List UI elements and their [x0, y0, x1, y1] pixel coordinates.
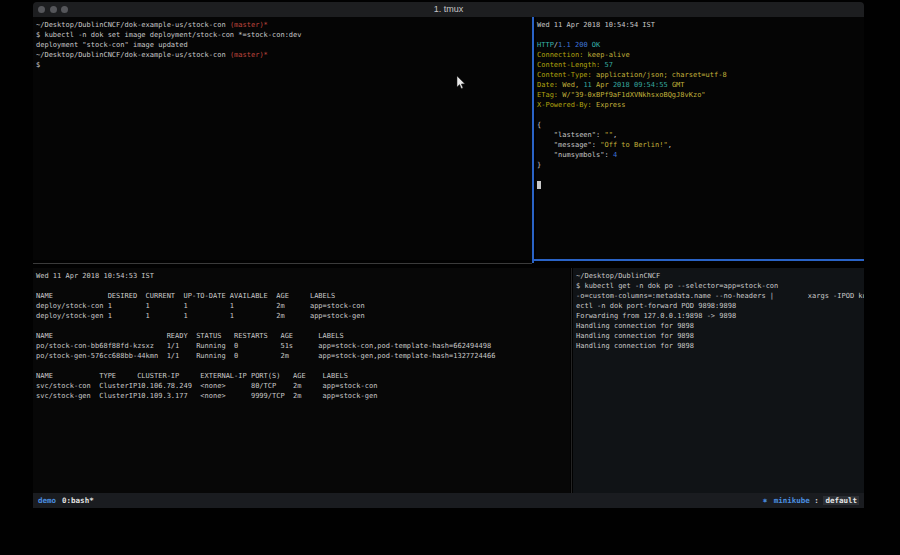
terminal-line: Handling connection for 9898	[576, 331, 864, 341]
terminal-line: $	[36, 60, 532, 70]
terminal-line	[537, 30, 864, 40]
table-header-line: NAME DESIRED CURRENT UP-TO-DATE AVAILABL…	[36, 291, 570, 301]
terminal-line: Connection: keep-alive	[537, 50, 864, 60]
blank-line	[36, 281, 570, 291]
traffic-lights	[38, 6, 68, 13]
table-row: po/stock-gen-576cc688bb-44kmn 1/1 Runnin…	[36, 351, 570, 361]
terminal-line: {	[537, 120, 864, 130]
deployments-table: NAME DESIRED CURRENT UP-TO-DATE AVAILABL…	[36, 291, 570, 321]
timestamp: Wed 11 Apr 2018 10:54:53 IST	[36, 271, 570, 281]
terminal-line: deployment "stock-con" image updated	[36, 40, 532, 50]
terminal-line: "numsymbols": 4	[537, 150, 864, 160]
terminal-line: "message": "Off to Berlin!",	[537, 140, 864, 150]
terminal-line: Handling connection for 9898	[576, 341, 864, 351]
terminal-line	[537, 110, 864, 120]
terminal-line: $ kubectl get -n dok po --selector=app=s…	[576, 281, 864, 291]
minimize-button[interactable]	[50, 6, 57, 13]
terminal-line: Date: Wed, 11 Apr 2018 09:54:55 GMT	[537, 80, 864, 90]
terminal-line: ~/Desktop/DublinCNCF/dok-example-us/stoc…	[36, 50, 532, 60]
active-pane-bottom-border[interactable]	[534, 259, 864, 261]
kube-separator: :	[814, 496, 819, 505]
table-row: svc/stock-con ClusterIP10.106.78.249 <no…	[36, 381, 570, 391]
terminal-line: "lastseen": "",	[537, 130, 864, 140]
table-row: svc/stock-gen ClusterIP10.109.3.177 <non…	[36, 391, 570, 401]
pane-divider-horizontal-left[interactable]	[33, 263, 532, 264]
table-header-line: NAME TYPE CLUSTER-IP EXTERNAL-IP PORT(S)…	[36, 371, 570, 381]
session-name: demo	[38, 496, 56, 505]
pane-bottom-right-port-forward[interactable]: ~/Desktop/DublinCNCF$ kubectl get -n dok…	[573, 268, 864, 493]
terminal-line: HTTP/1.1 200 OK	[537, 40, 864, 50]
pods-table: NAME READY STATUS RESTARTS AGE LABELSpo/…	[36, 331, 570, 361]
pane-top-right-http-response[interactable]: Wed 11 Apr 2018 10:54:54 ISTHTTP/1.1 200…	[536, 17, 864, 259]
services-table: NAME TYPE CLUSTER-IP EXTERNAL-IP PORT(S)…	[36, 371, 570, 401]
terminal-line: Content-Type: application/json; charset=…	[537, 70, 864, 80]
terminal-line: ectl -n dok port-forward POD 9898:9898	[576, 301, 864, 311]
terminal-line: Content-Length: 57	[537, 60, 864, 70]
terminal-line: $ kubectl -n dok set image deployment/st…	[36, 30, 532, 40]
kube-context: minikube	[774, 496, 810, 505]
terminal-line	[537, 170, 864, 180]
blank-line	[36, 321, 570, 331]
terminal-line: ~/Desktop/DublinCNCF/dok-example-us/stoc…	[36, 20, 532, 30]
kube-namespace: default	[823, 496, 859, 505]
pane-divider-vertical-top[interactable]	[532, 17, 534, 263]
terminal-window: 1. tmux ~/Desktop/DublinCNCF/dok-example…	[33, 2, 864, 508]
terminal-line: }	[537, 160, 864, 170]
pane-top-left-shell[interactable]: ~/Desktop/DublinCNCF/dok-example-us/stoc…	[33, 17, 532, 260]
terminal-line: ~/Desktop/DublinCNCF	[576, 271, 864, 281]
kube-context-indicator: ⎈ minikube : default	[763, 496, 859, 505]
terminal-line: Forwarding from 127.0.0.1:9898 -> 9898	[576, 311, 864, 321]
mouse-cursor	[456, 76, 466, 90]
helm-wheel-icon: ⎈	[763, 496, 768, 505]
table-row: deploy/stock-gen 1 1 1 1 2m app=stock-ge…	[36, 311, 570, 321]
tmux-status-bar: demo 0:bash* ⎈ minikube : default	[33, 493, 864, 508]
terminal-line	[537, 180, 864, 190]
terminal-line: ETag: W/"39-0xBPf9aF1dXVNkhsxoBQgJ8vKzo"	[537, 90, 864, 100]
pane-bottom-left-kubectl-watch[interactable]: Wed 11 Apr 2018 10:54:53 IST NAME DESIRE…	[33, 268, 570, 493]
terminal-line: -o=custom-columns=:metadata.name --no-he…	[576, 291, 864, 301]
table-row: deploy/stock-con 1 1 1 1 2m app=stock-co…	[36, 301, 570, 311]
pane-divider-vertical-bottom[interactable]	[571, 268, 572, 493]
table-row: po/stock-con-bb68f88fd-kzsxz 1/1 Running…	[36, 341, 570, 351]
desktop: 1. tmux ~/Desktop/DublinCNCF/dok-example…	[0, 0, 900, 555]
terminal-line: X-Powered-By: Express	[537, 100, 864, 110]
terminal-line: Handling connection for 9898	[576, 321, 864, 331]
close-button[interactable]	[38, 6, 45, 13]
active-window-label[interactable]: 0:bash*	[62, 496, 94, 505]
terminal-line: Wed 11 Apr 2018 10:54:54 IST	[537, 20, 864, 30]
table-header-line: NAME READY STATUS RESTARTS AGE LABELS	[36, 331, 570, 341]
window-title: 1. tmux	[33, 2, 864, 17]
fullscreen-button[interactable]	[61, 6, 68, 13]
blank-line	[36, 361, 570, 371]
window-titlebar[interactable]: 1. tmux	[33, 2, 864, 17]
